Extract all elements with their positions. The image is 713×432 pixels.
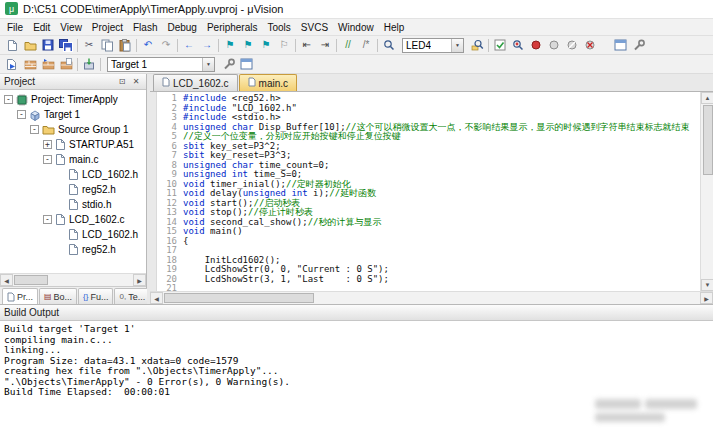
paste-icon[interactable]	[116, 37, 134, 53]
uncomment-icon[interactable]: /*	[357, 37, 375, 53]
toolbar-separator	[295, 39, 296, 52]
start-stop-debug-icon[interactable]	[509, 37, 527, 53]
navigate-back-icon[interactable]: ←	[180, 37, 198, 53]
open-file-icon[interactable]	[21, 37, 39, 53]
menu-debug[interactable]: Debug	[162, 21, 201, 34]
menu-project[interactable]: Project	[87, 21, 128, 34]
build-icon[interactable]	[21, 56, 39, 72]
scroll-right-icon[interactable]: ▶	[133, 274, 146, 286]
tree-item-reg52-h[interactable]: reg52.h	[0, 182, 146, 197]
scrollbar-thumb[interactable]	[164, 293, 314, 303]
line-number: 21	[157, 284, 177, 291]
scrollbar-track[interactable]	[163, 292, 700, 304]
outdent-icon[interactable]: ⇤	[298, 37, 316, 53]
toolbar-separator	[488, 39, 489, 52]
previous-bookmark-icon[interactable]: ⚑	[239, 37, 257, 53]
scroll-left-icon[interactable]: ◀	[150, 292, 163, 304]
menu-peripherals[interactable]: Peripherals	[202, 21, 263, 34]
expand-icon[interactable]: +	[43, 140, 52, 149]
scroll-up-icon[interactable]: ▲	[701, 92, 713, 104]
kill-all-breakpoints-icon[interactable]	[581, 37, 599, 53]
scroll-down-icon[interactable]: ▼	[701, 279, 713, 291]
project-panel-close-icon[interactable]: ✕	[130, 76, 142, 88]
tab-main-c[interactable]: main.c	[239, 74, 297, 91]
options-for-target-icon[interactable]	[219, 56, 237, 72]
cut-icon[interactable]: ✂	[80, 37, 98, 53]
search-combo[interactable]: LED4▼	[402, 38, 464, 53]
tree-item-label: LCD_1602.h	[82, 229, 138, 240]
navigate-forward-icon[interactable]: →	[198, 37, 216, 53]
insert-breakpoint-icon[interactable]	[527, 37, 545, 53]
code-editor[interactable]: 1#include <reg52.h>2#include "LCD_1602.h…	[157, 92, 700, 291]
tree-item-project-timerapply[interactable]: -Project: TimerApply	[0, 92, 146, 107]
tree-item-stdio-h[interactable]: stdio.h	[0, 197, 146, 212]
page-icon	[68, 228, 79, 241]
tab-functions[interactable]: {}Fu...	[78, 288, 113, 304]
editor-hscrollbar[interactable]: ◀ ▶	[150, 291, 713, 304]
new-file-icon[interactable]	[3, 37, 21, 53]
tab-templates[interactable]: 0,Te...	[114, 288, 150, 304]
scrollbar-track[interactable]	[13, 274, 133, 286]
save-icon[interactable]	[39, 37, 57, 53]
tab-project[interactable]: Pr...	[2, 288, 38, 304]
project-tree-hscrollbar[interactable]: ◀ ▶	[0, 273, 146, 286]
collapse-icon[interactable]: -	[4, 95, 13, 104]
menu-help[interactable]: Help	[379, 21, 410, 34]
build-output-title: Build Output	[4, 307, 59, 318]
target-select-dropdown-icon[interactable]: ▼	[202, 58, 214, 71]
configuration-wizard-icon[interactable]	[491, 37, 509, 53]
next-bookmark-icon[interactable]: ⚑	[257, 37, 275, 53]
menu-tools[interactable]: Tools	[263, 21, 296, 34]
batch-build-icon[interactable]	[57, 56, 75, 72]
tree-item-source-group-1[interactable]: -Source Group 1	[0, 122, 146, 137]
tree-item-startup-a51[interactable]: +STARTUP.A51	[0, 137, 146, 152]
find-icon[interactable]	[380, 37, 398, 53]
search-combo-dropdown-icon[interactable]: ▼	[451, 39, 463, 52]
tab-lcd-1602-c[interactable]: LCD_1602.c	[153, 74, 238, 91]
indent-icon[interactable]: ⇥	[316, 37, 334, 53]
tree-item-lcd-1602-c[interactable]: -LCD_1602.c	[0, 212, 146, 227]
menu-view[interactable]: View	[55, 21, 87, 34]
download-icon[interactable]	[80, 56, 98, 72]
tab-books[interactable]: ▤Bo...	[39, 288, 77, 304]
target-icon	[29, 109, 41, 121]
menu-svcs[interactable]: SVCS	[296, 21, 333, 34]
menu-file[interactable]: File	[2, 21, 28, 34]
rebuild-icon[interactable]	[39, 56, 57, 72]
menu-flash[interactable]: Flash	[128, 21, 162, 34]
memory-window-icon[interactable]	[611, 37, 629, 53]
tree-item-main-c[interactable]: -main.c	[0, 152, 146, 167]
manage-project-items-icon[interactable]	[237, 56, 255, 72]
tree-item-target-1[interactable]: -Target 1	[0, 107, 146, 122]
target-select[interactable]: Target 1▼	[107, 57, 215, 72]
system-viewer-icon[interactable]	[629, 37, 647, 53]
build-output-line: compiling main.c...	[4, 335, 709, 346]
copy-icon[interactable]	[98, 37, 116, 53]
enable-disable-breakpoint-icon[interactable]	[545, 37, 563, 53]
undo-icon[interactable]: ↶	[139, 37, 157, 53]
tab-books-icon: ▤	[44, 293, 52, 301]
scroll-left-icon[interactable]: ◀	[0, 274, 13, 286]
tree-item-lcd-1602-h[interactable]: LCD_1602.h	[0, 167, 146, 182]
editor-vscrollbar[interactable]: ▲ ▼	[700, 92, 713, 291]
tree-item-reg52-h[interactable]: reg52.h	[0, 242, 146, 257]
toggle-bookmark-icon[interactable]: ⚑	[221, 37, 239, 53]
redo-icon[interactable]: ↷	[157, 37, 175, 53]
comment-icon[interactable]: //	[339, 37, 357, 53]
find-in-files-icon[interactable]	[468, 37, 486, 53]
disable-all-breakpoints-icon[interactable]	[563, 37, 581, 53]
translate-icon[interactable]	[3, 56, 21, 72]
menu-edit[interactable]: Edit	[28, 21, 55, 34]
clear-bookmarks-icon[interactable]: ⚐	[275, 37, 293, 53]
save-all-icon[interactable]	[57, 37, 75, 53]
menu-window[interactable]: Window	[333, 21, 379, 34]
scroll-right-icon[interactable]: ▶	[700, 292, 713, 304]
collapse-icon[interactable]: -	[17, 110, 26, 119]
scrollbar-thumb[interactable]	[14, 275, 48, 285]
tree-item-lcd-1602-h[interactable]: LCD_1602.h	[0, 227, 146, 242]
collapse-icon[interactable]: -	[43, 215, 52, 224]
collapse-icon[interactable]: -	[43, 155, 52, 164]
project-panel-pin-icon[interactable]: ⊡	[116, 76, 128, 88]
collapse-icon[interactable]: -	[30, 125, 39, 134]
scrollbar-thumb[interactable]	[703, 105, 713, 175]
